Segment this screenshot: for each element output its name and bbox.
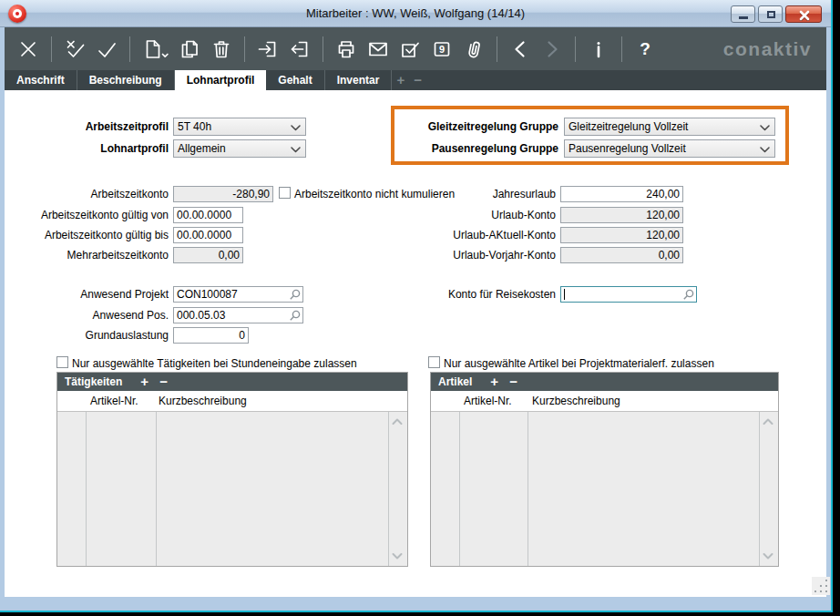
anwesend-projekt-lookup	[173, 286, 303, 303]
print-button[interactable]	[334, 37, 358, 61]
column-divider	[528, 412, 528, 566]
attachment-button[interactable]	[462, 37, 486, 61]
new-record-button[interactable]	[141, 37, 169, 61]
jahresurlaub-field[interactable]	[560, 186, 683, 202]
arbeitszeitprofil-select[interactable]: 5T 40h	[173, 118, 306, 136]
scroll-down-icon[interactable]	[391, 552, 404, 560]
forward-button[interactable]	[540, 37, 564, 61]
column-kurzbeschreibung: Kurzbeschreibung	[159, 395, 247, 407]
tab-remove-button[interactable]: −	[409, 70, 426, 90]
tab-add-button[interactable]: +	[392, 70, 409, 90]
minimize-button[interactable]	[731, 5, 755, 23]
email-icon	[367, 38, 389, 60]
artikel-table-body[interactable]	[431, 412, 778, 566]
artikel-title: Artikel	[438, 375, 472, 388]
pausenregelung-value: Pausenregelung Vollzeit	[569, 142, 686, 155]
text-caret	[564, 289, 565, 300]
delete-button[interactable]	[210, 37, 233, 61]
remove-row-button[interactable]: −	[154, 373, 173, 391]
urlaub-konto-field[interactable]	[560, 207, 683, 223]
urlaub-aktuell-konto-field[interactable]	[560, 227, 683, 243]
mehrarbeitszeitkonto-label: Mehrarbeitszeitkonto	[18, 249, 169, 262]
anwesend-pos-field[interactable]	[173, 307, 303, 323]
konto-reisekosten-field[interactable]	[560, 286, 697, 303]
close-window-button[interactable]	[785, 5, 822, 23]
taetigkeiten-filter-checkbox[interactable]	[56, 356, 68, 368]
gueltig-von-label: Arbeitszeitkonto gültig von	[18, 209, 169, 221]
add-row-button[interactable]: +	[485, 373, 504, 391]
cancel-confirm-button[interactable]	[63, 37, 87, 61]
anwesend-pos-label: Anwesend Pos.	[18, 309, 169, 322]
gleitzeitregelung-select[interactable]: Gleitzeitregelung Vollzeit	[564, 118, 775, 136]
tab-beschreibung[interactable]: Beschreibung	[77, 70, 175, 90]
anwesend-projekt-field[interactable]	[173, 286, 303, 303]
tab-bar: Anschrift Beschreibung Lohnartprofil Geh…	[5, 70, 826, 90]
import-icon	[257, 38, 279, 60]
forward-icon	[542, 38, 562, 60]
add-row-button[interactable]: +	[135, 373, 154, 391]
app-window: Mitarbeiter : WW, Weiß, Wolfgang (14/14)…	[0, 0, 833, 612]
konto-reisekosten-label: Konto für Reisekosten	[408, 288, 556, 301]
arbeitszeitkonto-field[interactable]	[173, 186, 273, 202]
toolbar-separator	[129, 36, 130, 62]
new-record-icon	[142, 38, 169, 60]
chevron-down-icon	[759, 123, 771, 133]
duplicate-button[interactable]	[178, 37, 201, 61]
urlaub-konto-label: Urlaub-Konto	[408, 209, 556, 221]
pausenregelung-label: Pausenregelung Gruppe	[396, 142, 558, 155]
scroll-up-icon[interactable]	[391, 417, 404, 426]
numeric-icon: 9	[431, 38, 453, 60]
close-record-button[interactable]	[16, 37, 40, 61]
email-button[interactable]	[366, 37, 390, 61]
taetigkeiten-table-header: Tätigkeiten + −	[57, 373, 407, 391]
lohnartprofil-value: Allgemein	[178, 142, 226, 155]
title-bar: Mitarbeiter : WW, Weiß, Wolfgang (14/14)	[0, 0, 831, 27]
urlaub-vorjahr-konto-label: Urlaub-Vorjahr-Konto	[408, 249, 556, 262]
toolbar-separator	[323, 36, 323, 62]
task-check-button[interactable]	[398, 37, 422, 61]
search-icon[interactable]	[289, 289, 301, 301]
lohnartprofil-select[interactable]: Allgemein	[173, 139, 306, 158]
artikel-column-headers: Artikel-Nr. Kurzbeschreibung	[431, 391, 778, 412]
tab-lohnartprofil[interactable]: Lohnartprofil	[175, 70, 267, 90]
cancel-confirm-icon	[64, 38, 86, 60]
gleitzeitregelung-label: Gleitzeitregelung Gruppe	[396, 120, 558, 133]
tab-anschrift[interactable]: Anschrift	[5, 70, 77, 90]
toolbar-separator	[244, 36, 245, 62]
urlaub-vorjahr-konto-field[interactable]	[560, 247, 683, 263]
artikel-filter-checkbox[interactable]	[428, 356, 440, 368]
help-button[interactable]: ?	[633, 37, 657, 61]
grundauslastung-field[interactable]	[173, 327, 249, 344]
taetigkeiten-table-body[interactable]	[57, 412, 407, 566]
gueltig-bis-field[interactable]	[173, 227, 243, 243]
back-button[interactable]	[508, 37, 532, 61]
scroll-up-icon[interactable]	[762, 417, 774, 426]
export-button[interactable]	[288, 37, 312, 61]
gueltig-von-field[interactable]	[173, 207, 243, 223]
resize-grip[interactable]	[812, 577, 830, 595]
arbeitszeitprofil-value: 5T 40h	[178, 120, 211, 133]
taetigkeiten-filter-label: Nur ausgewählte Tätigkeiten bei Stundene…	[72, 357, 357, 370]
numeric-button[interactable]: 9	[430, 37, 454, 61]
tab-gehalt[interactable]: Gehalt	[266, 70, 324, 90]
info-button[interactable]	[587, 37, 610, 61]
arbeitszeitprofil-label: Arbeitszeitprofil	[18, 120, 169, 133]
nicht-kumulieren-checkbox[interactable]	[279, 187, 291, 199]
help-icon: ?	[640, 39, 650, 59]
pausenregelung-select[interactable]: Pausenregelung Vollzeit	[564, 139, 775, 158]
import-button[interactable]	[256, 37, 280, 61]
confirm-button[interactable]	[95, 37, 118, 61]
delete-icon	[210, 38, 232, 60]
search-icon[interactable]	[289, 310, 301, 322]
toolbar: 9 ? conaktiv	[5, 27, 826, 70]
maximize-button[interactable]	[758, 5, 783, 23]
form-area: Arbeitszeitprofil 5T 40h Lohnartprofil A…	[5, 90, 826, 597]
search-icon[interactable]	[682, 289, 694, 301]
gleitzeitregelung-value: Gleitzeitregelung Vollzeit	[569, 120, 688, 133]
gueltig-bis-label: Arbeitszeitkonto gültig bis	[18, 229, 169, 241]
scroll-down-icon[interactable]	[762, 552, 774, 560]
remove-row-button[interactable]: −	[504, 373, 523, 391]
tab-inventar[interactable]: Inventar	[325, 70, 393, 90]
mehrarbeitszeitkonto-field[interactable]	[173, 247, 243, 263]
urlaub-aktuell-konto-label: Urlaub-AKtuell-Konto	[408, 229, 556, 241]
